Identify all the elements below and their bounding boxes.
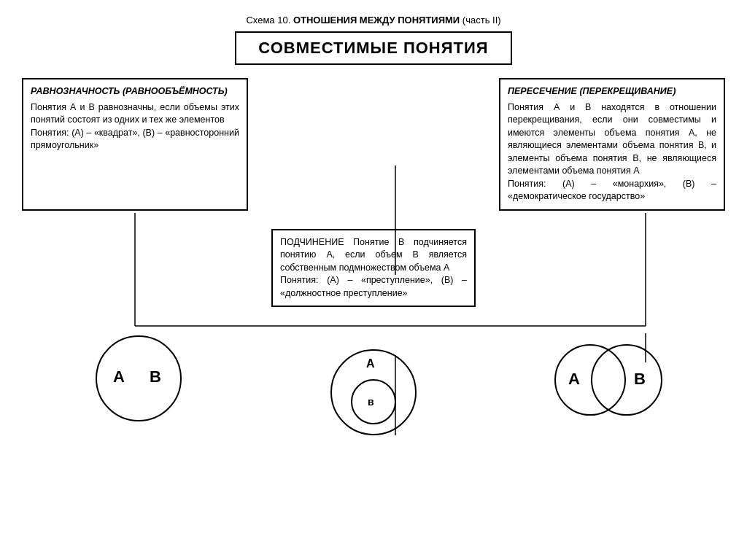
intersect-a-label: А: [568, 370, 580, 388]
sub-a-label: А: [366, 357, 375, 370]
subordination-circles-diagram: А в: [326, 347, 421, 446]
right-box-example: Понятия: (А) – «монархия», (В) – «демокр…: [508, 179, 716, 202]
equal-b-label: В: [150, 368, 161, 386]
svg-point-12: [592, 345, 662, 415]
center-box-example: Понятия: (А) – «преступление», (В) – «до…: [280, 275, 467, 298]
right-box-title: ПЕРЕСЕЧЕНИЕ (ПЕРЕКРЕЩИВАНИЕ): [508, 85, 716, 98]
left-box-title: РАВНОЗНАЧНОСТЬ (РАВНООБЪЁМНОСТЬ): [31, 85, 239, 98]
page: Схема 10. ОТНОШЕНИЯ МЕЖДУ ПОНЯТИЯМИ (час…: [0, 0, 747, 560]
svg-point-11: [555, 345, 625, 415]
schema-subtitle: (часть II): [462, 15, 501, 26]
bottom-left: А В: [22, 211, 248, 448]
equal-circles-diagram: А В: [80, 331, 197, 426]
left-box-example: Понятия: (А) – «квадрат», (В) – «равност…: [31, 128, 239, 151]
sub-b-label: в: [368, 396, 374, 408]
left-box-text: Понятия А и В равнозначны, если объемы э…: [31, 102, 239, 125]
center-info-box: ПОДЧИНЕНИЕ Понятие В подчиняется понятию…: [271, 229, 476, 308]
schema-title-bold: ОТНОШЕНИЯ МЕЖДУ ПОНЯТИЯМИ: [293, 15, 460, 26]
bottom-center: ПОДЧИНЕНИЕ Понятие В подчиняется понятию…: [248, 211, 499, 448]
main-title: СОВМЕСТИМЫЕ ПОНЯТИЯ: [258, 39, 488, 57]
schema-title: Схема 10. ОТНОШЕНИЯ МЕЖДУ ПОНЯТИЯМИ (час…: [22, 15, 725, 26]
svg-point-8: [96, 336, 181, 421]
main-title-box: СОВМЕСТИМЫЕ ПОНЯТИЯ: [235, 31, 512, 65]
schema-label: Схема 10.: [246, 15, 290, 26]
bottom-right: А В: [499, 211, 725, 448]
intersect-circles-diagram: А В: [550, 338, 667, 422]
center-box-title: ПОДЧИНЕНИЕ: [280, 237, 344, 247]
subordination-diagram-area: А в: [326, 347, 421, 448]
equal-a-label: А: [113, 368, 125, 386]
intersect-b-label: В: [634, 370, 646, 388]
right-box-text: Понятия А и В находятся в отношении пере…: [508, 102, 716, 176]
top-row: РАВНОЗНАЧНОСТЬ (РАВНООБЪЁМНОСТЬ) Понятия…: [22, 78, 725, 211]
bottom-section: А В ПОДЧИНЕНИЕ Понятие В подчиняется пон…: [22, 211, 725, 448]
right-info-box: ПЕРЕСЕЧЕНИЕ (ПЕРЕКРЕЩИВАНИЕ) Понятия А и…: [499, 78, 725, 211]
left-info-box: РАВНОЗНАЧНОСТЬ (РАВНООБЪЁМНОСТЬ) Понятия…: [22, 78, 248, 211]
